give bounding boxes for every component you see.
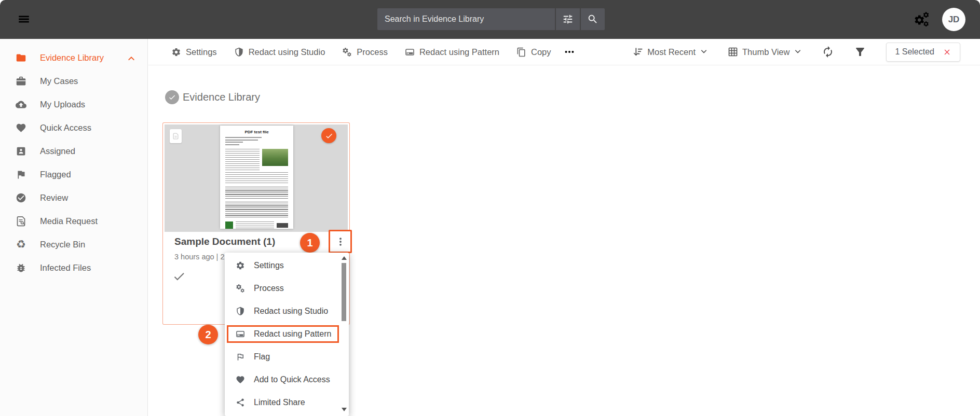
menu-item-add-to-quick-access[interactable]: Add to Quick Access [225, 368, 349, 391]
menu-scrollbar[interactable] [341, 255, 347, 413]
sidebar-item-label: Flagged [40, 170, 71, 179]
more-options-icon[interactable] [564, 46, 575, 58]
search-submit-button[interactable] [581, 8, 605, 30]
search-bar [377, 8, 605, 30]
kebab-icon [335, 237, 346, 247]
preview-doc-title: PDF test file [225, 130, 288, 134]
chevron-down-icon [700, 48, 708, 56]
toolbar-action-process[interactable]: Process [342, 47, 388, 57]
card-menu-button[interactable] [329, 230, 352, 253]
search-icon [587, 13, 598, 25]
preview-photo [262, 149, 288, 166]
card-meta: 3 hours ago | 2 [174, 253, 224, 261]
view-label: Thumb View [742, 47, 790, 57]
toolbar-action-copy[interactable]: Copy [516, 47, 551, 57]
sidebar-item-recycle-bin[interactable]: ♻Recycle Bin [0, 233, 147, 256]
annotation-step-2-badge: 2 [198, 325, 218, 344]
sidebar-item-label: My Cases [40, 76, 78, 86]
view-dropdown[interactable]: Thumb View [728, 47, 802, 57]
search-input[interactable] [377, 8, 555, 30]
menu-item-flag[interactable]: Flag [225, 345, 349, 368]
sidebar-item-label: Evidence Library [40, 53, 104, 63]
processed-check-icon [172, 270, 186, 283]
scroll-down-arrow[interactable] [342, 408, 347, 411]
toolbar-action-label: Process [357, 47, 388, 57]
preview-license-badge [277, 223, 288, 228]
check-circle-icon [16, 192, 26, 203]
sidebar-item-review[interactable]: Review [0, 186, 147, 210]
preview-footer [225, 221, 288, 229]
sidebar-item-media-request[interactable]: Media Request [0, 210, 147, 233]
page-title: Evidence Library [183, 91, 260, 103]
preview-text-block [225, 187, 288, 199]
search-filter-button[interactable] [556, 8, 580, 30]
toolbar-action-redact-using-pattern[interactable]: Redact using Pattern [405, 47, 499, 57]
selected-check-badge[interactable] [321, 128, 336, 143]
selection-count-label: 1 Selected [895, 47, 934, 57]
menu-item-settings[interactable]: Settings [225, 254, 349, 277]
sidebar-item-label: Review [40, 193, 68, 203]
gear-icon [171, 47, 181, 57]
doc-type-icon [170, 129, 182, 143]
clear-selection-icon[interactable] [943, 48, 951, 57]
sidebar-item-assigned[interactable]: Assigned [0, 140, 147, 163]
menu-item-process[interactable]: Process [225, 277, 349, 300]
sidebar-item-evidence-library[interactable]: Evidence Library [0, 46, 147, 70]
refresh-icon[interactable] [822, 46, 834, 58]
toolbar-action-label: Redact using Pattern [419, 47, 499, 57]
context-menu: SettingsProcessRedact using StudioRedact… [225, 253, 349, 416]
toolbar-action-label: Copy [531, 47, 551, 57]
top-bar: JD [0, 0, 980, 39]
sidebar-item-label: Assigned [40, 146, 75, 156]
sidebar-item-quick-access[interactable]: Quick Access [0, 116, 147, 140]
sidebar-item-label: My Uploads [40, 100, 85, 109]
toolbar-action-redact-using-studio[interactable]: Redact using Studio [234, 47, 325, 57]
hamburger-menu-icon[interactable] [17, 12, 31, 26]
pattern-icon [236, 329, 245, 339]
sidebar-item-my-cases[interactable]: My Cases [0, 70, 147, 93]
menu-item-label: Settings [254, 261, 284, 270]
heart-icon [16, 122, 26, 133]
toolbar-action-settings[interactable]: Settings [171, 47, 217, 57]
toolbar-action-label: Redact using Studio [249, 47, 325, 57]
document-preview: PDF test file [220, 126, 293, 229]
toolbar: SettingsRedact using StudioProcessRedact… [148, 39, 980, 65]
menu-item-redact-using-pattern[interactable]: Redact using Pattern [225, 323, 349, 345]
preview-paragraph [225, 149, 288, 171]
menu-item-redact-using-studio[interactable]: Redact using Studio [225, 300, 349, 323]
briefcase-icon [16, 76, 26, 87]
sidebar-item-label: Infected Files [40, 263, 91, 273]
recycle-icon: ♻ [16, 239, 26, 250]
scroll-up-arrow[interactable] [342, 256, 347, 260]
menu-item-limited-share[interactable]: Limited Share [225, 391, 349, 414]
heart-icon [236, 375, 245, 384]
page-heading: Evidence Library [165, 90, 260, 104]
preview-text-block [225, 202, 288, 218]
bug-icon [16, 262, 26, 273]
flag-icon [16, 169, 26, 180]
sidebar-item-infected-files[interactable]: Infected Files [0, 256, 147, 280]
sidebar: Evidence LibraryMy CasesMy UploadsQuick … [0, 39, 148, 416]
select-all-icon[interactable] [165, 90, 179, 104]
badge-icon [16, 146, 26, 157]
sidebar-item-flagged[interactable]: Flagged [0, 163, 147, 186]
tune-icon [562, 13, 574, 25]
sort-label: Most Recent [647, 47, 696, 57]
collapse-icon[interactable] [127, 53, 136, 63]
menu-item-label: Process [254, 284, 284, 293]
card-thumbnail[interactable]: PDF test file [165, 124, 348, 232]
process-icon [236, 284, 245, 293]
pattern-icon [405, 47, 415, 57]
avatar[interactable]: JD [942, 8, 965, 31]
sort-dropdown[interactable]: Most Recent [633, 47, 708, 57]
scrollbar-thumb[interactable] [342, 263, 346, 321]
gear-icon [236, 261, 245, 270]
card-title: Sample Document (1) [174, 236, 275, 247]
menu-item-label: Redact using Pattern [254, 329, 331, 339]
sidebar-item-label: Media Request [40, 216, 98, 226]
annotation-step-1-badge: 1 [300, 233, 320, 253]
admin-gears-icon[interactable] [914, 11, 930, 28]
sidebar-item-my-uploads[interactable]: My Uploads [0, 93, 147, 116]
filter-funnel-icon[interactable] [854, 46, 866, 58]
toolbar-action-label: Settings [186, 47, 217, 57]
